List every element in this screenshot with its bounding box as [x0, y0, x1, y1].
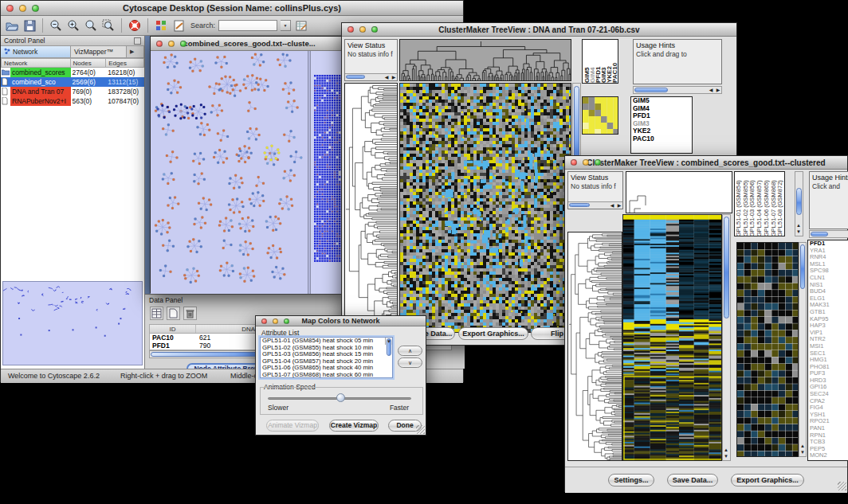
float-panel-icon[interactable] [134, 37, 141, 45]
main-titlebar[interactable]: Cytoscape Desktop (Session Name: collins… [1, 1, 463, 16]
vscrollbar-thumb[interactable] [800, 244, 805, 289]
listbox-scrollbar[interactable]: ▲▼ [385, 338, 392, 345]
scroll-right-icon[interactable]: ▶ [616, 203, 622, 209]
vscrollbar-thumb[interactable] [796, 188, 802, 215]
tv2-labels-vscrollbar[interactable]: ▲ ▼ [795, 171, 803, 236]
zoom-fit-icon[interactable] [84, 18, 98, 33]
select-attributes-icon[interactable] [150, 307, 163, 320]
scroll-up-icon[interactable]: ▲ [799, 443, 806, 449]
attribute-editor-icon[interactable] [294, 18, 308, 33]
tv2-zoom-heatmap[interactable] [736, 242, 799, 457]
zoom-button[interactable] [32, 5, 39, 12]
delete-attribute-trash-icon[interactable] [183, 307, 197, 320]
tv2-column-dendrogram[interactable] [626, 171, 732, 213]
tv1-column-dendrogram[interactable] [399, 39, 571, 81]
tv1-heatmap[interactable] [399, 83, 571, 333]
scroll-down-icon[interactable]: ▼ [799, 450, 806, 455]
scroll-up-icon[interactable]: ▲ [723, 447, 729, 453]
resize-grip[interactable] [838, 482, 846, 490]
tv1-button-2[interactable]: Export Graphics... [458, 327, 528, 340]
zoom-button[interactable] [595, 159, 601, 166]
move-up-button[interactable]: ∧ [398, 346, 422, 356]
view-status-scrollbar[interactable]: ◀ ▶ [345, 73, 397, 80]
zoom-button[interactable] [284, 318, 289, 324]
close-button[interactable] [571, 159, 577, 166]
dialog-button-2[interactable]: Create Vizmap [329, 420, 379, 432]
new-attribute-icon[interactable] [167, 307, 180, 320]
network-overview-thumbnail[interactable] [2, 281, 143, 365]
tv2-usage-scrollbar[interactable] [809, 230, 848, 238]
annotation-icon[interactable] [171, 18, 186, 33]
tv1-row-dendrogram[interactable] [344, 83, 398, 333]
view-status-scrollbar[interactable]: ◀ ▶ [568, 201, 622, 209]
zoom-button[interactable] [371, 26, 378, 33]
scroll-left-icon[interactable]: ◀ [609, 203, 615, 209]
help-lifesaver-icon[interactable] [128, 18, 142, 33]
attribute-item[interactable]: GPL51-07 (GSM868) heat shock 60 min [261, 372, 392, 378]
tv2-button-3[interactable]: Export Graphics... [731, 474, 804, 486]
tv1-usage-scrollbar[interactable]: ◀ ▶ [633, 86, 722, 94]
dialog-titlebar[interactable]: Map Colors to Network [256, 316, 426, 326]
scrollbar-thumb[interactable] [634, 88, 668, 92]
column-header[interactable]: Edges [106, 58, 144, 68]
scroll-up-icon[interactable]: ▲ [795, 223, 802, 229]
tab-vizmapper[interactable]: VizMapper™ [71, 46, 127, 57]
gene-label[interactable]: PAC10 [631, 135, 692, 143]
close-button[interactable] [6, 5, 14, 12]
zoom-out-icon[interactable] [49, 18, 63, 33]
tv2-heatmap-vscrollbar[interactable]: ▲ ▼ [722, 214, 731, 461]
minimize-button[interactable] [19, 5, 26, 12]
scroll-right-icon[interactable]: ▶ [715, 88, 721, 93]
scrollbar-thumb[interactable] [569, 203, 590, 207]
network-table-row[interactable]: combined_scores2764(0)16218(0) [1, 68, 144, 77]
network-table-row[interactable]: RNAPuberNov2+I563(0)107847(0) [1, 96, 144, 106]
zoom-button[interactable] [180, 41, 186, 47]
move-down-button[interactable]: ∨ [398, 357, 422, 368]
tv2-titlebar[interactable]: ClusterMaker TreeView : combined_scores_… [565, 156, 847, 170]
tv2-button-1[interactable]: Settings... [608, 474, 654, 486]
scroll-left-icon[interactable]: ◀ [708, 88, 714, 93]
scrollbar-thumb[interactable] [346, 75, 365, 79]
minimize-button[interactable] [583, 159, 589, 166]
scroll-left-icon[interactable]: ◀ [383, 75, 390, 80]
resize-grip[interactable] [416, 425, 425, 434]
tv1-zoom-heatmap[interactable] [582, 96, 618, 135]
network-table-row[interactable]: DNA and Tran 07769(0)183728(0) [1, 87, 144, 96]
network-titlebar[interactable]: combined_scores_good.txt--cluste... [151, 37, 348, 51]
gene-label[interactable]: MON2 [808, 452, 848, 459]
column-header[interactable]: Network [1, 58, 71, 68]
open-folder-icon[interactable] [5, 18, 19, 33]
close-button[interactable] [156, 41, 163, 47]
scroll-down-icon[interactable]: ▼ [795, 229, 802, 235]
scroll-right-icon[interactable]: ▶ [391, 75, 397, 80]
tv2-zoom-vscrollbar[interactable]: ▲ ▼ [799, 242, 807, 457]
minimize-button[interactable] [273, 318, 278, 324]
vizmap-grid-icon[interactable] [154, 18, 168, 33]
column-header[interactable]: ID [150, 325, 196, 333]
attribute-listbox[interactable]: GPL51-01 (GSM854) heat shock 05 minGPL51… [260, 337, 393, 378]
slider-thumb[interactable] [336, 393, 345, 402]
tv2-heatmap[interactable] [622, 214, 722, 461]
tab-overflow-arrow-icon[interactable]: ▶ [127, 46, 144, 57]
save-icon[interactable] [22, 18, 37, 33]
scroll-down-icon[interactable]: ▼ [386, 339, 392, 345]
vscrollbar-thumb[interactable] [724, 217, 729, 318]
search-input[interactable] [218, 20, 277, 31]
scroll-up-icon[interactable]: ▲ [386, 337, 392, 338]
minimize-button[interactable] [359, 26, 366, 33]
minimize-button[interactable] [168, 41, 175, 47]
column-header[interactable]: Nodes [71, 58, 107, 68]
scroll-down-icon[interactable]: ▼ [723, 454, 729, 459]
network-canvas[interactable] [151, 51, 308, 294]
network-table-row[interactable]: combined_sco2569(6)13112(15) [1, 77, 144, 87]
scrollbar-thumb[interactable] [811, 232, 828, 236]
treeview-window-combined: ClusterMaker TreeView : combined_scores_… [564, 155, 848, 492]
close-button[interactable] [347, 26, 354, 33]
tab-network[interactable]: Network [1, 46, 71, 57]
search-dropdown-icon[interactable]: ▼ [281, 20, 291, 31]
zoom-selected-icon[interactable] [101, 18, 116, 33]
tv1-titlebar[interactable]: ClusterMaker TreeView : DNA and Tran 07-… [342, 23, 736, 37]
tv2-row-dendrogram[interactable] [567, 232, 622, 461]
tv2-button-2[interactable]: Save Data... [667, 474, 718, 486]
zoom-in-icon[interactable] [66, 18, 80, 33]
